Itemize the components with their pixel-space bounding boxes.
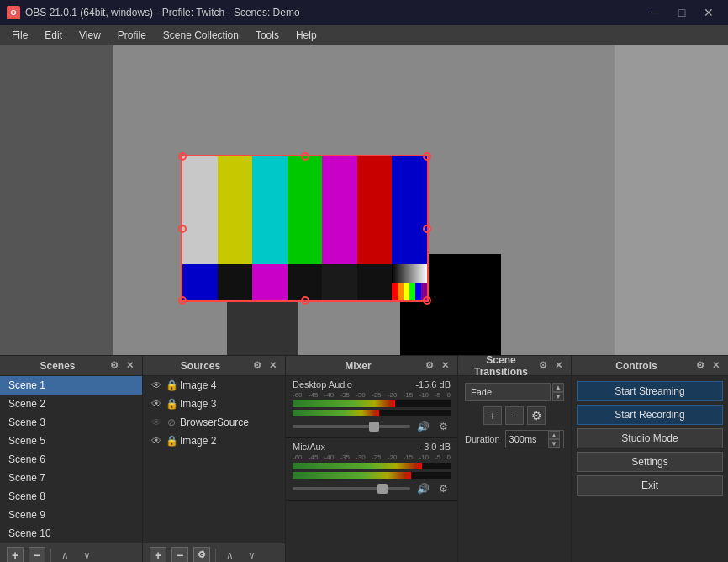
source-item[interactable]: 👁 🔒 Image 4 xyxy=(143,376,285,395)
start-streaming-button[interactable]: Start Streaming xyxy=(577,381,723,401)
visibility-icon[interactable]: 👁 xyxy=(150,397,163,411)
bar-b-black3 xyxy=(357,264,393,300)
settings-button-mic[interactable]: ⚙ xyxy=(435,481,451,496)
scene-item[interactable]: Scene 2 xyxy=(0,395,142,413)
mixer-content: Desktop Audio -15.6 dB -60-45-40-35-30-2… xyxy=(286,376,457,562)
settings-button-desktop[interactable]: ⚙ xyxy=(435,419,451,434)
scenes-remove-button[interactable]: − xyxy=(29,547,45,563)
menu-help[interactable]: Help xyxy=(288,26,325,45)
minimize-button[interactable]: ─ xyxy=(642,4,667,21)
mixer-panel-title: Mixer xyxy=(293,360,424,372)
footer-separator xyxy=(50,549,51,562)
volume-fader-mic[interactable] xyxy=(293,487,410,490)
transition-type-up[interactable]: ▲ xyxy=(552,383,564,392)
sources-remove-button[interactable]: − xyxy=(171,547,188,563)
transition-add-button[interactable]: + xyxy=(483,406,502,425)
scene-item[interactable]: Scene 5 xyxy=(0,432,142,450)
menu-profile[interactable]: Profile xyxy=(109,26,155,45)
duration-input[interactable]: 300ms ▲ ▼ xyxy=(505,430,564,448)
scenes-move-down-button[interactable]: ∨ xyxy=(78,547,95,563)
channel-name: Desktop Audio xyxy=(293,379,352,390)
bar-o xyxy=(398,283,404,300)
scenes-panel-footer: + − ∧ ∨ xyxy=(0,543,142,562)
color-bars-inner xyxy=(182,156,427,300)
source-item[interactable]: 👁 🔒 Image 2 xyxy=(143,432,285,450)
menu-file[interactable]: File xyxy=(3,26,36,45)
sources-move-down-button[interactable]: ∨ xyxy=(243,547,260,563)
bar-y xyxy=(404,283,409,300)
fader-thumb-mic[interactable] xyxy=(377,484,388,494)
sources-list: 👁 🔒 Image 4 👁 🔒 Image 3 👁 ⊘ BrowserSourc… xyxy=(143,376,285,543)
scenes-add-button[interactable]: + xyxy=(7,547,24,563)
controls-panel-close-icon[interactable]: ✕ xyxy=(710,360,721,372)
resize-handle-tm[interactable] xyxy=(301,152,309,161)
transitions-panel-config-icon[interactable]: ⚙ xyxy=(537,360,549,372)
duration-down[interactable]: ▼ xyxy=(548,439,560,448)
menu-tools[interactable]: Tools xyxy=(247,26,288,45)
sources-settings-button[interactable]: ⚙ xyxy=(193,547,210,563)
mixer-controls-desktop: 🔊 ⚙ xyxy=(293,419,451,434)
controls-panel-config-icon[interactable]: ⚙ xyxy=(694,360,706,372)
maximize-button[interactable]: □ xyxy=(669,4,694,21)
transition-type-select[interactable]: Fade xyxy=(465,383,551,401)
mixer-panel-close-icon[interactable]: ✕ xyxy=(439,360,451,372)
start-recording-button[interactable]: Start Recording xyxy=(577,405,723,425)
transition-action-buttons: + − ⚙ xyxy=(465,406,564,425)
resize-handle-mr[interactable] xyxy=(423,225,431,233)
menu-view[interactable]: View xyxy=(71,26,109,45)
studio-mode-button[interactable]: Studio Mode xyxy=(577,428,723,448)
volume-fader-desktop[interactable] xyxy=(293,425,410,428)
resize-handle-br[interactable] xyxy=(423,296,431,305)
transition-settings-button[interactable]: ⚙ xyxy=(527,406,546,425)
color-bars-source[interactable] xyxy=(181,155,429,302)
transition-type-down[interactable]: ▼ xyxy=(552,392,564,401)
source-label: Image 2 xyxy=(180,435,216,447)
mute-button-mic[interactable]: 🔊 xyxy=(415,481,430,496)
menu-scene-collection[interactable]: Scene Collection xyxy=(155,26,247,45)
transition-remove-button[interactable]: − xyxy=(505,406,524,425)
bar-b-magenta xyxy=(252,264,288,300)
sources-panel-close-icon[interactable]: ✕ xyxy=(266,360,278,372)
sources-move-up-button[interactable]: ∧ xyxy=(221,547,238,563)
scenes-panel-config-icon[interactable]: ⚙ xyxy=(108,360,120,372)
scenes-panel-close-icon[interactable]: ✕ xyxy=(124,360,135,372)
scene-item[interactable]: Scene 1 xyxy=(0,376,142,395)
visibility-icon[interactable]: 👁 xyxy=(150,379,163,392)
source-item[interactable]: 👁 ⊘ BrowserSource xyxy=(143,413,285,432)
resize-handle-ml[interactable] xyxy=(178,225,187,233)
duration-up[interactable]: ▲ xyxy=(548,431,560,439)
resize-handle-tr[interactable] xyxy=(423,152,431,161)
sources-panel-config-icon[interactable]: ⚙ xyxy=(251,360,263,372)
bar-cyan xyxy=(252,156,288,264)
bar-r xyxy=(392,283,398,300)
scene-item[interactable]: Scene 10 xyxy=(0,524,142,543)
scene-item[interactable]: Scene 9 xyxy=(0,506,142,524)
mixer-panel-config-icon[interactable]: ⚙ xyxy=(424,360,435,372)
scene-item[interactable]: Scene 7 xyxy=(0,469,142,487)
bar-gradient-group xyxy=(392,264,427,300)
resize-handle-bl[interactable] xyxy=(178,296,187,305)
close-button[interactable]: ✕ xyxy=(696,4,721,21)
bar-magenta xyxy=(322,156,357,264)
source-item[interactable]: 👁 🔒 Image 3 xyxy=(143,395,285,413)
exit-button[interactable]: Exit xyxy=(577,475,723,496)
bar-b-black2 xyxy=(288,264,323,300)
visibility-icon[interactable]: 👁 xyxy=(150,434,163,448)
channel-db-mic: -3.0 dB xyxy=(421,442,451,452)
mute-button-desktop[interactable]: 🔊 xyxy=(415,419,430,434)
fader-thumb[interactable] xyxy=(369,422,379,432)
duration-spinner: ▲ ▼ xyxy=(548,431,560,448)
scene-item[interactable]: Scene 6 xyxy=(0,450,142,469)
visibility-hidden-icon[interactable]: 👁 xyxy=(150,416,163,429)
source-label: Image 3 xyxy=(180,398,216,410)
transitions-panel-close-icon[interactable]: ✕ xyxy=(552,360,564,372)
scenes-move-up-button[interactable]: ∧ xyxy=(56,547,73,563)
preview-bg-right xyxy=(615,45,728,355)
scene-item[interactable]: Scene 8 xyxy=(0,487,142,506)
scene-item[interactable]: Scene 3 xyxy=(0,413,142,432)
resize-handle-bm[interactable] xyxy=(301,296,309,305)
settings-button[interactable]: Settings xyxy=(577,452,723,472)
menu-edit[interactable]: Edit xyxy=(36,26,71,45)
resize-handle-tl[interactable] xyxy=(178,152,187,161)
sources-add-button[interactable]: + xyxy=(150,547,166,563)
